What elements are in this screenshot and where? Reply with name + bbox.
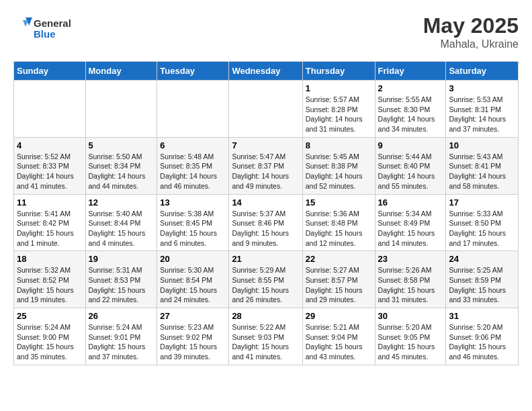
calendar-cell: 26Sunrise: 5:24 AM Sunset: 9:01 PM Dayli… [85,308,157,365]
calendar-week-1: 4Sunrise: 5:52 AM Sunset: 8:33 PM Daylig… [14,137,519,194]
day-number: 24 [449,254,515,264]
day-info: Sunrise: 5:33 AM Sunset: 8:50 PM Dayligh… [449,209,515,248]
col-sunday: Sunday [14,62,86,81]
col-saturday: Saturday [446,62,519,81]
col-tuesday: Tuesday [157,62,229,81]
calendar-cell: 10Sunrise: 5:43 AM Sunset: 8:41 PM Dayli… [446,137,519,194]
day-number: 3 [449,83,515,93]
day-info: Sunrise: 5:27 AM Sunset: 8:57 PM Dayligh… [306,265,372,305]
day-info: Sunrise: 5:24 AM Sunset: 9:01 PM Dayligh… [89,322,154,362]
day-number: 12 [89,197,154,208]
day-info: Sunrise: 5:23 AM Sunset: 9:02 PM Dayligh… [160,322,226,362]
day-info: Sunrise: 5:45 AM Sunset: 8:38 PM Dayligh… [306,152,372,191]
day-info: Sunrise: 5:20 AM Sunset: 9:05 PM Dayligh… [378,322,443,362]
calendar-cell: 7Sunrise: 5:47 AM Sunset: 8:37 PM Daylig… [229,137,302,194]
day-number: 8 [306,140,372,150]
logo: General Blue [13,13,87,43]
calendar-cell: 29Sunrise: 5:21 AM Sunset: 9:04 PM Dayli… [302,308,375,365]
calendar-cell: 21Sunrise: 5:29 AM Sunset: 8:55 PM Dayli… [229,251,302,308]
calendar-cell: 4Sunrise: 5:52 AM Sunset: 8:33 PM Daylig… [14,137,86,194]
calendar-cell: 18Sunrise: 5:32 AM Sunset: 8:52 PM Dayli… [14,251,86,308]
day-info: Sunrise: 5:53 AM Sunset: 8:31 PM Dayligh… [449,95,515,134]
calendar-cell: 19Sunrise: 5:31 AM Sunset: 8:53 PM Dayli… [85,251,157,308]
day-number: 4 [17,140,83,150]
calendar-cell: 6Sunrise: 5:48 AM Sunset: 8:35 PM Daylig… [157,137,229,194]
calendar-cell [85,81,157,138]
calendar-cell: 9Sunrise: 5:44 AM Sunset: 8:40 PM Daylig… [375,137,446,194]
calendar-week-2: 11Sunrise: 5:41 AM Sunset: 8:42 PM Dayli… [14,194,519,251]
col-thursday: Thursday [302,62,375,81]
calendar-cell: 3Sunrise: 5:53 AM Sunset: 8:31 PM Daylig… [446,81,519,138]
calendar-cell: 12Sunrise: 5:40 AM Sunset: 8:44 PM Dayli… [85,194,157,251]
calendar-cell: 13Sunrise: 5:38 AM Sunset: 8:45 PM Dayli… [157,194,229,251]
day-info: Sunrise: 5:47 AM Sunset: 8:37 PM Dayligh… [232,152,299,191]
col-friday: Friday [375,62,446,81]
day-info: Sunrise: 5:57 AM Sunset: 8:28 PM Dayligh… [306,95,372,134]
day-number: 29 [306,311,372,321]
day-number: 19 [89,254,154,264]
svg-text:Blue: Blue [34,28,56,40]
day-number: 5 [89,140,154,150]
svg-text:General: General [34,17,71,29]
location-title: Mahala, Ukraine [423,38,519,50]
calendar-table: Sunday Monday Tuesday Wednesday Thursday… [13,61,519,365]
day-number: 22 [306,254,372,264]
day-number: 7 [232,140,299,150]
calendar-cell: 2Sunrise: 5:55 AM Sunset: 8:30 PM Daylig… [375,81,446,138]
header-row: Sunday Monday Tuesday Wednesday Thursday… [14,62,519,81]
calendar-cell: 27Sunrise: 5:23 AM Sunset: 9:02 PM Dayli… [157,308,229,365]
day-number: 23 [378,254,443,264]
month-title: May 2025 [423,13,519,38]
day-info: Sunrise: 5:44 AM Sunset: 8:40 PM Dayligh… [378,152,443,191]
calendar-cell: 25Sunrise: 5:24 AM Sunset: 9:00 PM Dayli… [14,308,86,365]
day-info: Sunrise: 5:43 AM Sunset: 8:41 PM Dayligh… [449,152,515,191]
calendar-cell: 8Sunrise: 5:45 AM Sunset: 8:38 PM Daylig… [302,137,375,194]
calendar-cell [229,81,302,138]
day-number: 2 [378,83,443,93]
calendar-cell: 31Sunrise: 5:20 AM Sunset: 9:06 PM Dayli… [446,308,519,365]
day-number: 9 [378,140,443,150]
calendar-cell: 5Sunrise: 5:50 AM Sunset: 8:34 PM Daylig… [85,137,157,194]
day-number: 17 [449,197,515,208]
svg-marker-3 [23,20,28,27]
calendar-cell: 30Sunrise: 5:20 AM Sunset: 9:05 PM Dayli… [375,308,446,365]
day-number: 11 [17,197,83,208]
day-number: 1 [306,83,372,93]
calendar-cell: 16Sunrise: 5:34 AM Sunset: 8:49 PM Dayli… [375,194,446,251]
day-info: Sunrise: 5:32 AM Sunset: 8:52 PM Dayligh… [17,265,83,305]
day-info: Sunrise: 5:48 AM Sunset: 8:35 PM Dayligh… [160,152,226,191]
day-info: Sunrise: 5:24 AM Sunset: 9:00 PM Dayligh… [17,322,83,362]
day-info: Sunrise: 5:36 AM Sunset: 8:48 PM Dayligh… [306,209,372,248]
calendar-cell: 17Sunrise: 5:33 AM Sunset: 8:50 PM Dayli… [446,194,519,251]
logo-svg: General Blue [13,13,87,43]
calendar-cell: 23Sunrise: 5:26 AM Sunset: 8:58 PM Dayli… [375,251,446,308]
calendar-cell: 24Sunrise: 5:25 AM Sunset: 8:59 PM Dayli… [446,251,519,308]
day-number: 28 [232,311,299,321]
calendar-cell [14,81,86,138]
calendar-cell: 1Sunrise: 5:57 AM Sunset: 8:28 PM Daylig… [302,81,375,138]
day-info: Sunrise: 5:22 AM Sunset: 9:03 PM Dayligh… [232,322,299,362]
calendar-cell: 28Sunrise: 5:22 AM Sunset: 9:03 PM Dayli… [229,308,302,365]
day-number: 10 [449,140,515,150]
day-info: Sunrise: 5:37 AM Sunset: 8:46 PM Dayligh… [232,209,299,248]
day-info: Sunrise: 5:55 AM Sunset: 8:30 PM Dayligh… [378,95,443,134]
day-number: 30 [378,311,443,321]
col-wednesday: Wednesday [229,62,302,81]
calendar-cell: 15Sunrise: 5:36 AM Sunset: 8:48 PM Dayli… [302,194,375,251]
day-number: 31 [449,311,515,321]
day-info: Sunrise: 5:40 AM Sunset: 8:44 PM Dayligh… [89,209,154,248]
day-number: 14 [232,197,299,208]
day-info: Sunrise: 5:26 AM Sunset: 8:58 PM Dayligh… [378,265,443,305]
calendar-week-4: 25Sunrise: 5:24 AM Sunset: 9:00 PM Dayli… [14,308,519,365]
day-number: 20 [160,254,226,264]
day-number: 15 [306,197,372,208]
day-number: 25 [17,311,83,321]
day-number: 13 [160,197,226,208]
calendar-cell: 11Sunrise: 5:41 AM Sunset: 8:42 PM Dayli… [14,194,86,251]
calendar-body: 1Sunrise: 5:57 AM Sunset: 8:28 PM Daylig… [14,81,519,365]
day-info: Sunrise: 5:50 AM Sunset: 8:34 PM Dayligh… [89,152,154,191]
day-number: 18 [17,254,83,264]
day-number: 16 [378,197,443,208]
day-info: Sunrise: 5:30 AM Sunset: 8:54 PM Dayligh… [160,265,226,305]
page-header: General Blue May 2025 Mahala, Ukraine [13,13,519,50]
